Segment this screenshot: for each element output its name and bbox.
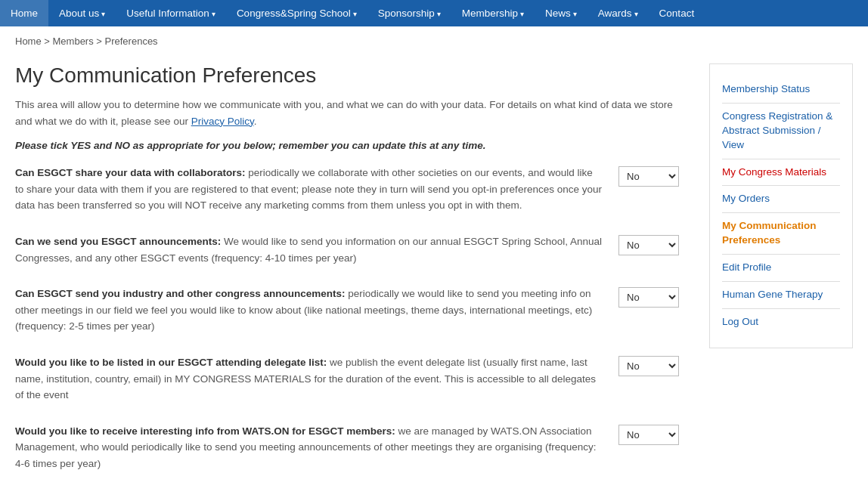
pref-select-5[interactable]: NoYes [618, 425, 679, 445]
pref-label-bold-1: Can ESGCT share your data with collabora… [15, 167, 246, 178]
chevron-down-icon: ▾ [520, 10, 524, 18]
breadcrumb-item-home[interactable]: Home [15, 36, 42, 47]
sidebar-link-human-gene-therapy[interactable]: Human Gene Therapy [722, 282, 840, 309]
preference-item-2: Can we send you ESGCT announcements: We … [15, 233, 687, 271]
nav-item-news[interactable]: News▾ [535, 0, 587, 26]
pref-text-1: Can ESGCT share your data with collabora… [15, 165, 618, 214]
nav-item-sponsorship[interactable]: Sponsorship▾ [367, 0, 451, 26]
preference-item-1: Can ESGCT share your data with collabora… [15, 165, 687, 218]
nav-item-congress-spring-school[interactable]: Congress&Spring School▾ [226, 0, 367, 26]
pref-select-3[interactable]: NoYes [618, 287, 679, 308]
nav-item-about-us[interactable]: About us▾ [48, 0, 116, 26]
page-title: My Communication Preferences [15, 63, 687, 88]
intro-text-before: This area will allow you to determine ho… [15, 99, 673, 127]
main-content: My Communication Preferences This area w… [15, 63, 687, 492]
pref-select-2[interactable]: NoYes [618, 235, 679, 255]
main-nav: HomeAbout us▾Useful Information▾Congress… [0, 0, 868, 26]
nav-item-membership[interactable]: Membership▾ [451, 0, 535, 26]
nav-item-home[interactable]: Home [0, 0, 48, 26]
chevron-down-icon: ▾ [212, 10, 215, 18]
sidebar-link-my-communication-preferences[interactable]: My Communication Preferences [722, 213, 840, 255]
pref-label-bold-4: Would you like to be listed in our ESGCT… [15, 357, 327, 368]
pref-select-wrap-1: NoYes [618, 165, 687, 187]
chevron-down-icon: ▾ [437, 10, 441, 18]
pref-select-1[interactable]: NoYes [618, 166, 679, 187]
chevron-down-icon: ▾ [573, 10, 577, 18]
breadcrumb: Home > Members > Preferences [0, 26, 868, 56]
pref-select-wrap-2: NoYes [618, 233, 687, 255]
pref-label-bold-5: Would you like to receive interesting in… [15, 425, 395, 437]
pref-text-3: Can ESGCT send you industry and other co… [15, 286, 618, 335]
breadcrumb-item-members[interactable]: Members [53, 36, 94, 47]
sidebar-link-log-out[interactable]: Log Out [722, 309, 840, 335]
sidebar-box: Membership StatusCongress Registration &… [709, 63, 853, 348]
pref-label-bold-2: Can we send you ESGCT announcements: [15, 236, 221, 247]
sidebar-link-edit-profile[interactable]: Edit Profile [722, 255, 840, 282]
sidebar-link-my-orders[interactable]: My Orders [722, 186, 840, 213]
pref-select-wrap-5: NoYes [618, 423, 687, 445]
privacy-policy-link[interactable]: Privacy Policy [191, 116, 254, 127]
nav-item-useful-information[interactable]: Useful Information▾ [116, 0, 226, 26]
nav-item-contact[interactable]: Contact [649, 0, 705, 26]
sidebar: Membership StatusCongress Registration &… [709, 63, 853, 492]
preference-item-5: Would you like to receive interesting in… [15, 423, 687, 477]
pref-text-5: Would you like to receive interesting in… [15, 423, 618, 472]
preferences-list: Can ESGCT share your data with collabora… [15, 165, 687, 476]
sidebar-link-congress-registration---abstract-submission---view[interactable]: Congress Registration & Abstract Submiss… [722, 104, 840, 159]
sidebar-link-my-congress-materials[interactable]: My Congress Materials [722, 159, 840, 187]
intro-text: This area will allow you to determine ho… [15, 97, 687, 129]
pref-text-2: Can we send you ESGCT announcements: We … [15, 233, 618, 266]
pref-select-wrap-4: NoYes [618, 354, 687, 376]
preference-item-4: Would you like to be listed in our ESGCT… [15, 354, 687, 408]
pref-select-wrap-3: NoYes [618, 286, 687, 308]
pref-text-4: Would you like to be listed in our ESGCT… [15, 354, 618, 404]
chevron-down-icon: ▾ [634, 10, 638, 18]
chevron-down-icon: ▾ [353, 10, 357, 18]
nav-item-awards[interactable]: Awards▾ [587, 0, 649, 26]
pref-select-4[interactable]: NoYes [618, 356, 679, 376]
sidebar-link-membership-status[interactable]: Membership Status [722, 76, 840, 104]
breadcrumb-item-preferences[interactable]: Preferences [105, 36, 158, 47]
instruction-text: Please tick YES and NO as appropriate fo… [15, 140, 687, 151]
pref-label-bold-3: Can ESGCT send you industry and other co… [15, 288, 346, 299]
chevron-down-icon: ▾ [101, 10, 105, 18]
preference-item-3: Can ESGCT send you industry and other co… [15, 286, 687, 339]
